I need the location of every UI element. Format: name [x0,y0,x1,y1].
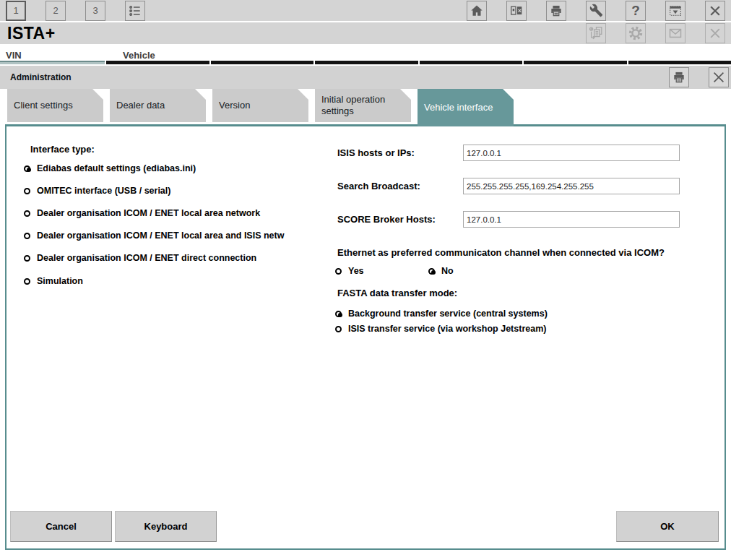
interface-type-label: Interface type: [30,144,95,155]
wrench-button[interactable] [586,1,606,21]
app-title: ISTA+ [6,24,56,43]
radio-option-omitec[interactable]: OMITEC interface (USB / serial) [24,185,335,197]
radio-option-label: OMITEC interface (USB / serial) [37,186,170,196]
workspace-1-button[interactable]: 1 [6,1,26,21]
vehicle-label: Vehicle [123,50,155,61]
radio-option-label: Dealer organisation ICOM / ENET local ar… [37,208,260,218]
underline-segment [628,61,731,64]
radio-icon[interactable] [24,188,30,194]
fasta-mode-label: FASTA data transfer mode: [337,288,457,298]
data-transfer-icon [588,25,604,41]
radio-option-label: Dealer organisation ICOM / ENET local ar… [37,231,284,241]
radio-option-label: ISIS transfer service (via workshop Jets… [348,324,546,334]
radio-icon[interactable] [24,210,30,217]
vehicle-info-underline [0,61,731,64]
wrench-icon [589,4,603,17]
dialog-close-button[interactable] [709,67,729,87]
print-icon [549,4,563,18]
envelope-icon [668,26,683,40]
dialog-print-button[interactable] [669,67,689,87]
print-icon [672,70,686,85]
list-button[interactable] [125,1,145,21]
title-bar: ISTA+ [0,22,731,44]
radio-option-label: Yes [348,266,364,276]
underline-segment [315,61,418,64]
radio-icon[interactable] [335,311,342,317]
score-broker-label: SCORE Broker Hosts: [337,214,436,225]
radio-icon[interactable] [335,268,342,275]
radio-option-fasta-isis[interactable]: ISIS transfer service (via workshop Jets… [335,323,546,335]
isis-hosts-label: ISIS hosts or IPs: [337,147,415,158]
gear-icon [628,25,644,41]
radio-icon[interactable] [428,268,435,275]
radio-option-label: Dealer organisation ICOM / ENET direct c… [37,253,256,263]
home-icon [470,4,484,18]
tab-dealer-data[interactable]: Dealer data [110,89,206,122]
radio-option-icom-lan[interactable]: Dealer organisation ICOM / ENET local ar… [24,207,335,219]
underline-segment [420,61,523,64]
search-broadcast-label: Search Broadcast: [337,181,420,191]
radio-option-ethernet-yes[interactable]: Yes [335,265,364,277]
hide-panel-button[interactable] [665,1,685,21]
radio-option-ediabas[interactable]: Ediabas default settings (ediabas.ini) [24,163,335,174]
tab-vehicle-interface[interactable]: Vehicle interface [418,89,514,126]
workspace-3-button[interactable]: 3 [85,1,105,21]
data-transfer-button[interactable] [586,23,606,43]
radio-option-label: No [441,266,454,276]
help-button[interactable]: ? [626,1,646,21]
radio-option-label: Background transfer service (central sys… [348,309,548,319]
radio-icon[interactable] [24,233,30,239]
keyboard-button[interactable]: Keyboard [115,511,217,542]
home-button[interactable] [467,1,487,21]
parallel-windows-icon [509,4,524,18]
hide-panel-icon [668,4,683,18]
vehicle-interface-panel: Interface type: Ediabas default settings… [5,124,726,550]
radio-icon[interactable] [24,278,30,285]
isis-hosts-input[interactable] [463,145,680,161]
radio-option-fasta-background[interactable]: Background transfer service (central sys… [335,308,548,319]
toolbar-icon-buttons: ? [467,1,725,21]
close-icon [708,4,722,18]
radio-option-icom-lan-isis[interactable]: Dealer organisation ICOM / ENET local ar… [24,230,335,241]
tab-version[interactable]: Version [212,89,308,122]
titlebar-icon-buttons [586,23,725,43]
cancel-button[interactable]: Cancel [10,511,112,542]
underline-segment [211,61,314,64]
radio-icon[interactable] [24,255,30,262]
radio-icon[interactable] [24,165,30,172]
radio-option-label: Ediabas default settings (ediabas.ini) [37,163,196,173]
vin-label: VIN [6,50,22,61]
close-app-button[interactable] [705,1,725,21]
underline-segment [106,61,209,64]
tab-initial-operation-settings[interactable]: Initial operation settings [315,89,411,122]
dialog-title-bar: Administration [0,66,731,89]
help-icon: ? [631,3,640,19]
close-session-button[interactable] [705,23,725,43]
workspace-buttons: 1 2 3 [6,1,145,21]
workspace-2-button[interactable]: 2 [46,1,66,21]
gear-button[interactable] [626,23,646,43]
print-button[interactable] [546,1,566,21]
radio-option-label: Simulation [37,276,83,286]
score-broker-input[interactable] [463,211,680,228]
underline-segment [524,61,627,64]
tab-client-settings[interactable]: Client settings [7,89,103,122]
radio-icon[interactable] [335,326,342,332]
list-icon [128,4,142,18]
vehicle-info-strip: VIN Vehicle [0,44,731,61]
parallel-windows-button[interactable] [506,1,527,21]
close-icon [708,26,722,40]
radio-option-ethernet-no[interactable]: No [428,265,454,277]
dialog-title: Administration [10,72,72,82]
ok-button[interactable]: OK [616,511,719,542]
ethernet-question-label: Ethernet as preferred communicaton chann… [337,247,665,258]
radio-option-simulation[interactable]: Simulation [24,275,335,287]
envelope-button[interactable] [665,23,685,43]
underline-segment-active [0,61,105,64]
close-icon [711,69,727,85]
top-toolbar: 1 2 3 [0,0,731,22]
settings-tab-bar: Client settings Dealer data Version Init… [0,89,731,124]
radio-option-icom-direct[interactable]: Dealer organisation ICOM / ENET direct c… [24,252,335,264]
search-broadcast-input[interactable] [463,178,680,194]
